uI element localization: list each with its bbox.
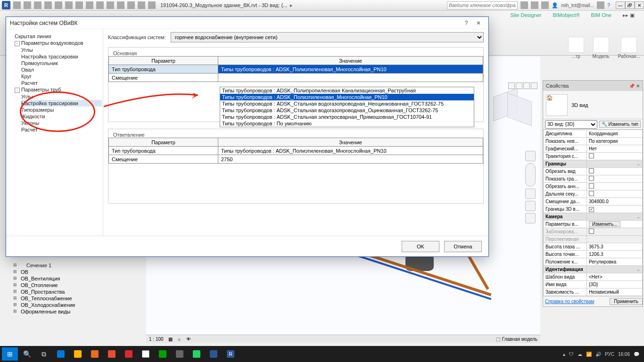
qat-icon[interactable] xyxy=(44,1,52,9)
tree-node[interactable]: Уклоны xyxy=(21,120,102,126)
browser-node[interactable]: ОВ_Холодоснабжение xyxy=(8,302,102,308)
prop-value[interactable] xyxy=(587,183,643,190)
browser-node[interactable]: ОВ xyxy=(8,269,102,275)
prop-value[interactable] xyxy=(587,168,643,175)
qat-icon[interactable] xyxy=(34,1,41,9)
close-button[interactable]: ✕ xyxy=(635,1,644,9)
help-icon[interactable]: ? xyxy=(607,2,610,8)
prop-value[interactable]: 304800.0 xyxy=(587,198,643,206)
tree-node[interactable]: Расчет xyxy=(21,126,102,133)
taskbar-app[interactable] xyxy=(70,347,86,361)
ribbon-item[interactable]: ...тр xyxy=(568,37,584,59)
tree-node[interactable]: Углы xyxy=(21,93,102,100)
qat-icon[interactable] xyxy=(127,1,135,9)
qat-icon[interactable] xyxy=(117,1,124,9)
prop-value[interactable]: 1206.3 xyxy=(587,251,643,258)
value-cell[interactable]: Типы трубопроводов : ADSK_Полиэтиленовая… xyxy=(218,65,483,74)
prop-value[interactable]: Изменить... xyxy=(587,221,643,228)
param-cell[interactable]: Тип трубопровода xyxy=(109,65,218,74)
view-icon[interactable] xyxy=(531,82,537,89)
tree-node[interactable]: -Параметры воздуховодов xyxy=(15,40,102,47)
main-params-table[interactable]: ПараметрЗначение Тип трубопроводаТипы тр… xyxy=(108,56,483,82)
branch-params-table[interactable]: ПараметрЗначение Тип трубопроводаТипы тр… xyxy=(108,138,483,164)
prop-value[interactable]: ✓ xyxy=(587,206,643,213)
tree-node[interactable]: Скрытая линия xyxy=(15,33,102,40)
dropdown-option[interactable]: Типы трубопроводов : По умолчанию xyxy=(220,120,474,127)
value-cell[interactable]: Типы трубопроводов : ADSK_Полиэтиленовая… xyxy=(218,147,483,155)
settings-tree[interactable]: Скрытая линия-Параметры воздуховодовУглы… xyxy=(6,29,103,236)
dropdown-option[interactable]: Типы трубопроводов : ADSK_Стальная элект… xyxy=(220,114,474,120)
tree-node[interactable]: Типоразмеры xyxy=(21,107,102,113)
prop-value[interactable]: {3D} xyxy=(587,281,643,288)
cancel-button[interactable]: Отмена xyxy=(444,241,482,252)
tray-icon[interactable]: 🛡 xyxy=(569,352,574,357)
prop-value[interactable]: Независимый xyxy=(587,288,643,296)
dropdown-option[interactable]: Типы трубопроводов : ADSK_Полипропиленов… xyxy=(220,87,474,94)
taskbar-app[interactable] xyxy=(87,347,103,361)
search-icon[interactable] xyxy=(520,1,528,9)
tree-node[interactable]: -Параметры труб xyxy=(15,86,102,93)
vc-icon[interactable]: ▦ xyxy=(168,337,173,342)
tree-node[interactable]: Круг xyxy=(21,73,102,80)
orbit-icon[interactable] xyxy=(525,213,536,223)
search-input[interactable] xyxy=(447,1,518,9)
ribbon-tab[interactable]: BIMobject® xyxy=(548,11,585,20)
tray-icon[interactable]: ▴ xyxy=(563,352,565,357)
taskbar-app[interactable] xyxy=(189,347,205,361)
tree-node[interactable]: Настройка трассировки xyxy=(21,53,102,60)
taskbar-app[interactable] xyxy=(155,347,171,361)
taskbar-app[interactable] xyxy=(206,347,222,361)
qat-icon[interactable] xyxy=(96,1,104,9)
tree-node[interactable]: Жидкости xyxy=(21,113,102,120)
browser-node[interactable]: ОВ_Вентиляция xyxy=(8,275,102,282)
prop-value[interactable]: Нет xyxy=(587,145,643,153)
browser-node[interactable]: ОВ_Пространства xyxy=(8,288,102,295)
prop-value[interactable] xyxy=(587,236,643,243)
properties-grid[interactable]: ДисциплинаКоординацияПоказать нев...По к… xyxy=(543,130,643,296)
browser-node[interactable]: Оформленные виды xyxy=(8,308,102,315)
tree-node[interactable]: Овал xyxy=(21,66,102,73)
ribbon-tab[interactable]: BIM One xyxy=(586,11,616,20)
ribbon-item[interactable]: Модель xyxy=(593,37,610,59)
tree-node[interactable]: Углы xyxy=(21,47,102,53)
prop-value[interactable]: <Нет> xyxy=(587,273,643,281)
prop-value[interactable] xyxy=(587,153,643,160)
nav-wheel[interactable] xyxy=(524,151,537,223)
prop-value[interactable] xyxy=(587,228,643,236)
task-view-icon[interactable]: ⧉ xyxy=(36,347,52,361)
help-icon[interactable]: ? xyxy=(460,18,472,28)
scale-label[interactable]: 1 : 100 xyxy=(149,337,164,342)
prop-value[interactable]: 3675.3 xyxy=(587,243,643,251)
qat-icon[interactable] xyxy=(75,1,83,9)
apply-button[interactable]: Применить xyxy=(610,298,643,305)
tray-icon[interactable]: ☁ xyxy=(578,352,582,357)
notifications-icon[interactable]: 💬 xyxy=(634,352,639,357)
browser-node[interactable]: ОВ_Теплоснабжение xyxy=(8,295,102,302)
taskbar-app[interactable] xyxy=(121,347,137,361)
tree-node[interactable]: Расчет xyxy=(21,80,102,86)
favorite-icon[interactable] xyxy=(541,1,549,9)
pin-icon[interactable]: 📌 ✕ xyxy=(629,83,640,89)
project-browser[interactable]: Сечение 1 ОВ ОВ_Вентиляция ОВ_Отопление … xyxy=(8,262,102,315)
prop-value[interactable] xyxy=(587,175,643,183)
vc-icon[interactable]: 👁 xyxy=(186,337,191,342)
browser-node[interactable]: ОВ_Отопление xyxy=(8,282,102,288)
dropdown-option[interactable]: Типы трубопроводов : ADSK_Полиэтиленовая… xyxy=(220,94,474,100)
restore-button[interactable]: 🗗 xyxy=(625,1,635,9)
classification-select[interactable]: горячее водоснабжение (внутренние сети) xyxy=(171,32,484,42)
search-icon[interactable]: 🔍 xyxy=(19,347,35,361)
comm-icon[interactable] xyxy=(531,1,538,9)
vc-icon[interactable]: ☼ xyxy=(177,337,182,342)
view-icon[interactable] xyxy=(523,82,530,89)
qat-icon[interactable] xyxy=(55,1,62,9)
qat-icon[interactable] xyxy=(24,1,31,9)
edit-type-button[interactable]: 🔧 Изменить тип xyxy=(599,121,641,128)
prop-value[interactable]: Координация xyxy=(587,130,643,138)
minimize-button[interactable]: — xyxy=(616,1,625,9)
param-cell[interactable]: Смещение xyxy=(109,155,218,164)
param-cell[interactable]: Тип трубопровода xyxy=(109,147,218,155)
prop-value[interactable] xyxy=(587,190,643,198)
lang-label[interactable]: РУС xyxy=(605,352,614,357)
pan-icon[interactable] xyxy=(525,189,536,199)
ribbon-tab[interactable]: Site Designer xyxy=(505,11,546,20)
